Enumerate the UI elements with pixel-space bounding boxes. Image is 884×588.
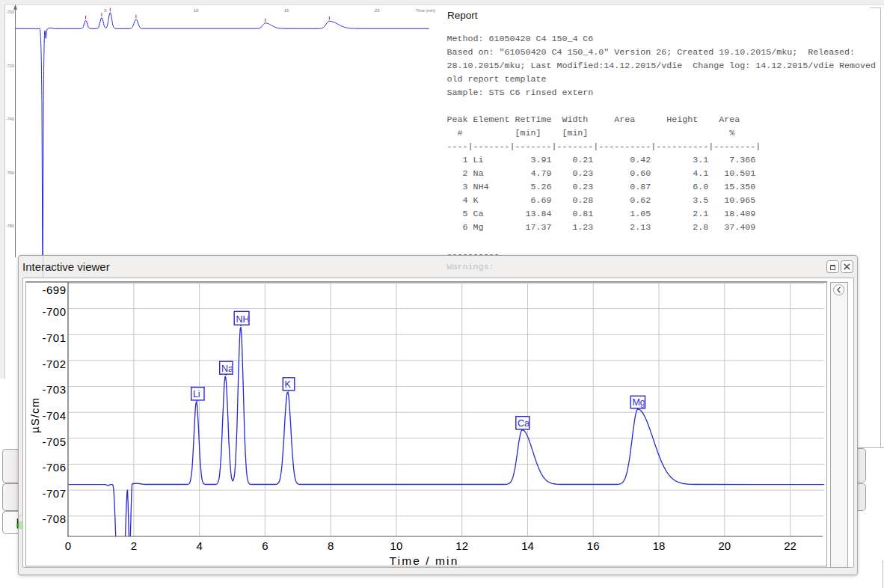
svg-text:Time / min: Time / min <box>390 554 459 567</box>
svg-text:Mg: Mg <box>632 397 645 408</box>
svg-text:5: 5 <box>104 8 107 13</box>
svg-text:Li: Li <box>193 389 200 399</box>
svg-text:-705: -705 <box>42 435 66 448</box>
svg-text:-708: -708 <box>42 512 66 525</box>
svg-text:-703: -703 <box>42 383 66 396</box>
svg-text:-702: -702 <box>42 358 66 370</box>
svg-text:0: 0 <box>65 539 71 552</box>
svg-text:-699: -699 <box>42 284 66 296</box>
svg-text:-701: -701 <box>42 331 66 344</box>
svg-text:Na: Na <box>221 364 233 374</box>
svg-text:10: 10 <box>390 539 403 552</box>
svg-text:12: 12 <box>455 539 468 552</box>
svg-text:22: 22 <box>784 539 796 552</box>
svg-text:-700: -700 <box>42 305 66 318</box>
svg-text:15: 15 <box>284 8 289 13</box>
svg-text:-706: -706 <box>42 461 66 474</box>
svg-text:-700: -700 <box>6 10 14 14</box>
svg-text:18: 18 <box>653 539 666 552</box>
svg-text:20: 20 <box>718 539 731 552</box>
svg-text:20: 20 <box>375 8 380 13</box>
svg-text:K: K <box>285 379 292 390</box>
svg-text:Time (min): Time (min) <box>416 8 435 13</box>
svg-text:10: 10 <box>194 8 199 13</box>
svg-text:-704: -704 <box>42 409 66 422</box>
svg-text:-760: -760 <box>6 171 14 175</box>
svg-text:µS/cm: µS/cm <box>28 397 41 433</box>
svg-text:-720: -720 <box>6 64 14 68</box>
svg-text:Ca: Ca <box>518 418 530 429</box>
svg-text:16: 16 <box>587 539 600 552</box>
svg-text:8: 8 <box>328 539 334 552</box>
svg-text:2: 2 <box>131 539 137 552</box>
svg-text:4: 4 <box>196 539 202 552</box>
svg-text:-740: -740 <box>6 117 14 121</box>
svg-text:6: 6 <box>262 539 268 552</box>
svg-text:-780: -780 <box>6 224 14 228</box>
svg-text:14: 14 <box>521 539 534 552</box>
svg-text:-707: -707 <box>42 487 66 500</box>
